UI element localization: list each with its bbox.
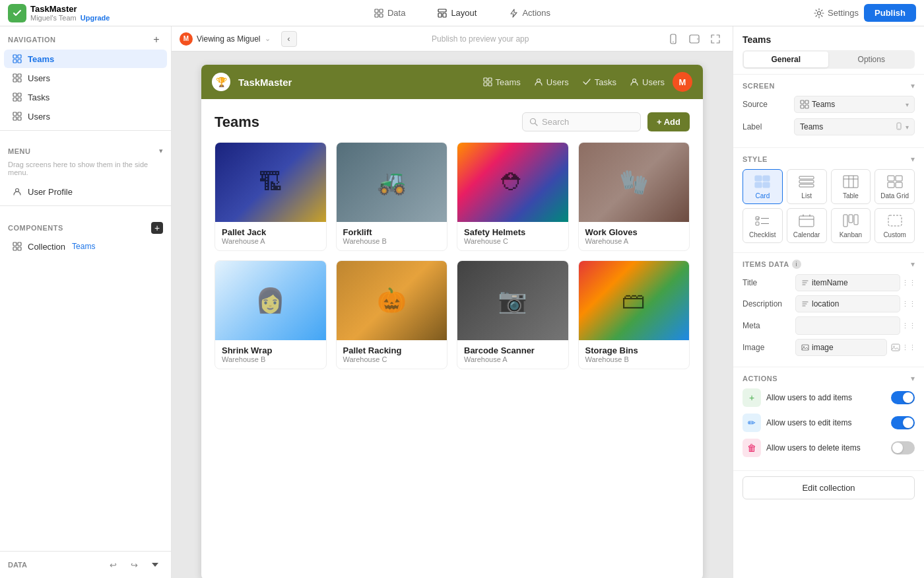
svg-rect-61 bbox=[896, 182, 902, 188]
items-row-meta-drag[interactable]: ⋮⋮ bbox=[903, 320, 915, 332]
app-card-barcode-scanner[interactable]: 📷 Barcode Scanner Warehouse A bbox=[457, 260, 569, 369]
app-card-forklift[interactable]: 🚜 Forklift Warehouse B bbox=[336, 142, 448, 251]
card-sub-work-gloves: Warehouse A bbox=[585, 237, 683, 245]
items-row-image-value[interactable]: image bbox=[795, 339, 887, 356]
items-row-description-drag[interactable]: ⋮⋮ bbox=[903, 298, 915, 310]
app-add-button[interactable]: + Add bbox=[647, 112, 690, 131]
screen-section-label: SCREEN bbox=[742, 82, 775, 90]
svg-rect-21 bbox=[13, 112, 16, 116]
svg-rect-6 bbox=[438, 13, 442, 17]
data-icon bbox=[374, 8, 384, 18]
items-row-description-actions: ⋮⋮ bbox=[903, 298, 915, 310]
svg-rect-44 bbox=[805, 105, 808, 108]
edit-collection-button[interactable]: Edit collection bbox=[742, 476, 915, 499]
upgrade-link[interactable]: Upgrade bbox=[81, 14, 110, 22]
svg-rect-58 bbox=[888, 176, 894, 181]
style-option-card-label: Card bbox=[756, 192, 770, 199]
items-row-meta-value[interactable] bbox=[795, 316, 900, 335]
style-option-data-grid[interactable]: Data Grid bbox=[874, 169, 915, 204]
style-option-checklist-label: Checklist bbox=[749, 231, 776, 238]
app-card-work-gloves[interactable]: 🧤 Work Gloves Warehouse A bbox=[578, 142, 690, 251]
layout-icon bbox=[437, 8, 447, 18]
style-option-checklist[interactable]: Checklist bbox=[742, 208, 783, 243]
svg-rect-4 bbox=[380, 14, 383, 17]
action-edit-toggle[interactable] bbox=[891, 416, 915, 429]
style-option-kanban[interactable]: Kanban bbox=[831, 208, 871, 243]
tab-general[interactable]: General bbox=[744, 52, 828, 67]
sidebar-item-users2[interactable]: Users bbox=[4, 107, 167, 126]
actions-section-header: ACTIONS ▾ bbox=[742, 374, 915, 383]
components-section-header: Components + bbox=[0, 215, 171, 236]
style-option-calendar-label: Calendar bbox=[793, 231, 820, 238]
action-add-toggle[interactable] bbox=[891, 391, 915, 404]
items-data-section: ITEMS DATA i ▾ Title itemName ⋮⋮ bbox=[733, 253, 924, 367]
label-chevron-icon: ▾ bbox=[906, 124, 909, 131]
svg-rect-49 bbox=[755, 182, 762, 188]
app-search-placeholder: Search bbox=[542, 117, 569, 127]
app-preview: 🏆 TaskMaster Teams Users T bbox=[201, 65, 703, 578]
tab-options[interactable]: Options bbox=[830, 52, 914, 67]
items-row-description-value[interactable]: location bbox=[795, 295, 900, 312]
card-sub-pallet-racking: Warehouse C bbox=[343, 355, 441, 363]
navigation-section-header: Navigation + bbox=[0, 26, 171, 49]
source-chevron-icon: ▾ bbox=[906, 101, 909, 108]
items-row-title-value[interactable]: itemName bbox=[795, 274, 900, 291]
style-option-calendar[interactable]: Calendar bbox=[787, 208, 827, 243]
mobile-view-button[interactable] bbox=[664, 30, 682, 48]
svg-point-31 bbox=[673, 41, 674, 42]
app-card-pallet-jack[interactable]: 🏗 Pallet Jack Warehouse A bbox=[214, 142, 327, 251]
app-card-safety-helmets[interactable]: ⛑ Safety Helmets Warehouse C bbox=[457, 142, 569, 251]
svg-rect-27 bbox=[18, 242, 21, 246]
app-card-shrink-wrap[interactable]: 👩 Shrink Wrap Warehouse B bbox=[214, 260, 327, 369]
top-nav: Data Layout Actions bbox=[132, 5, 792, 21]
app-nav-users[interactable]: Users bbox=[534, 77, 569, 87]
nav-data[interactable]: Data bbox=[368, 5, 411, 21]
action-delete-toggle-knob bbox=[892, 443, 903, 453]
canvas-back-button[interactable]: ‹ bbox=[281, 31, 297, 47]
sidebar-item-tasks[interactable]: Tasks bbox=[4, 88, 167, 106]
source-value-text: Teams bbox=[812, 100, 835, 109]
app-card-pallet-racking[interactable]: 🎃 Pallet Racking Warehouse C bbox=[336, 260, 448, 369]
nav-data-label: Data bbox=[387, 8, 405, 18]
app-card-storage-bins[interactable]: 🗃 Storage Bins Warehouse B bbox=[578, 260, 690, 369]
items-row-title-drag[interactable]: ⋮⋮ bbox=[903, 277, 915, 289]
label-value[interactable]: Teams ▾ bbox=[794, 118, 915, 135]
style-option-custom[interactable]: Custom bbox=[874, 208, 915, 243]
style-section-header: STYLE ▾ bbox=[742, 155, 915, 164]
nav-layout[interactable]: Layout bbox=[432, 5, 482, 21]
menu-hint: Drag screens here to show them in the si… bbox=[0, 158, 171, 182]
settings-button[interactable]: Settings bbox=[814, 8, 859, 18]
action-delete-toggle[interactable] bbox=[891, 441, 915, 454]
svg-rect-24 bbox=[18, 117, 21, 120]
app-search-box[interactable]: Search bbox=[522, 112, 641, 131]
add-nav-button[interactable]: + bbox=[150, 33, 163, 46]
sidebar-bottom: Data ↩ ↪ bbox=[0, 551, 171, 578]
style-option-table[interactable]: Table bbox=[831, 169, 871, 204]
items-row-image-picker[interactable] bbox=[890, 342, 902, 353]
source-row: Source Teams ▾ bbox=[742, 96, 915, 113]
style-option-list[interactable]: List bbox=[787, 169, 827, 204]
undo-button[interactable]: ↩ bbox=[105, 557, 121, 573]
checklist-style-icon bbox=[753, 213, 772, 229]
sidebar-item-teams[interactable]: Teams bbox=[4, 50, 167, 68]
nav-actions[interactable]: Actions bbox=[503, 5, 556, 21]
style-section: STYLE ▾ Card List bbox=[733, 148, 924, 253]
sidebar-comp-collection-teams[interactable]: Collection Teams bbox=[4, 237, 167, 256]
items-row-image-drag[interactable]: ⋮⋮ bbox=[903, 342, 915, 353]
sidebar-divider-1 bbox=[0, 130, 171, 131]
style-option-card[interactable]: Card bbox=[742, 169, 783, 204]
tablet-view-button[interactable] bbox=[685, 30, 704, 48]
preview-dropdown-icon[interactable]: ⌄ bbox=[265, 34, 271, 43]
fullscreen-button[interactable] bbox=[706, 30, 725, 48]
sidebar-item-user-profile[interactable]: User Profile bbox=[4, 182, 167, 201]
app-nav-users2[interactable]: Users bbox=[630, 77, 665, 87]
app-nav-teams[interactable]: Teams bbox=[483, 77, 521, 87]
preview-user-label: Viewing as Miguel bbox=[197, 34, 261, 44]
source-value[interactable]: Teams ▾ bbox=[794, 96, 915, 113]
arrow-button[interactable] bbox=[147, 557, 163, 573]
redo-button[interactable]: ↪ bbox=[126, 557, 142, 573]
publish-button[interactable]: Publish bbox=[864, 4, 916, 22]
app-nav-tasks[interactable]: Tasks bbox=[582, 77, 616, 87]
sidebar-item-users1[interactable]: Users bbox=[4, 69, 167, 87]
add-component-button[interactable]: + bbox=[151, 222, 163, 234]
